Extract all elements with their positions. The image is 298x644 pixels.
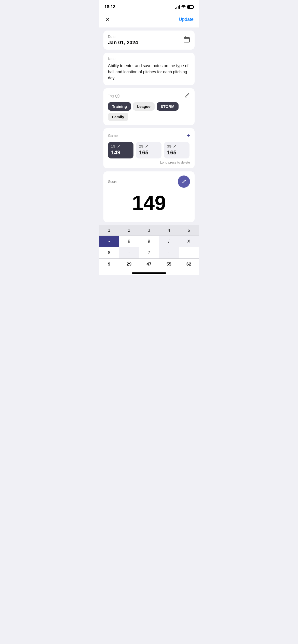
game-item-3g[interactable]: 3G 165 [164,142,189,158]
tag-label-row: Tag ? [108,94,119,98]
tag-label: Tag [108,94,114,98]
add-game-button[interactable]: + [187,132,190,139]
tag-chip-training[interactable]: Training [108,102,131,111]
numpad-total-55: 55 [159,259,179,270]
status-time: 18:13 [104,4,115,9]
score-display: 149 [108,189,190,217]
edit-score-button[interactable] [178,175,190,188]
game-item-2g[interactable]: 2G 165 [136,142,161,158]
status-icons [175,5,194,9]
game-item-1g-score: 149 [111,149,130,156]
numpad-total-29: 29 [119,259,139,270]
tag-header: Tag ? [108,92,190,99]
tag-edit-icon[interactable] [184,92,190,99]
game-item-2g-label: 2G [139,144,158,148]
numpad-col-1: 1 [99,225,119,236]
numpad-col-3: 3 [139,225,159,236]
numpad-grid: 1 2 3 4 5 - 9 9 / X 8 - 7 - 9 29 47 55 6… [99,225,199,270]
note-text: Ability to enter and save notes on the t… [108,63,190,81]
update-button[interactable]: Update [179,17,194,22]
date-label: Date [108,35,138,39]
svg-rect-0 [184,37,189,42]
numpad-col-4: 4 [159,225,179,236]
numpad-slash-btn[interactable]: / [159,236,179,247]
game-item-3g-label: 3G [167,144,186,148]
numpad-total-47: 47 [139,259,159,270]
numpad: 1 2 3 4 5 - 9 9 / X 8 - 7 - 9 29 47 55 6… [99,225,199,270]
game-header: Game + [108,132,190,139]
numpad-9b-btn[interactable]: 9 [139,236,159,247]
score-label: Score [108,180,117,184]
long-press-hint: Long press to delete [108,160,190,164]
numpad-8-btn[interactable]: 8 [99,247,119,258]
numpad-total-62: 62 [179,259,199,270]
game-items-row: 1G 149 2G 165 3G [108,142,190,158]
note-label: Note [108,57,190,61]
date-card[interactable]: Date Jan 01, 2024 [103,31,195,50]
score-card: Score 149 [103,171,195,222]
numpad-minus3-btn[interactable]: - [159,247,179,258]
numpad-col-2: 2 [119,225,139,236]
game-item-1g-label: 1G [111,144,130,148]
nav-bar: ✕ Update [99,12,199,27]
signal-icon [175,5,180,9]
numpad-total-9: 9 [99,259,119,270]
close-button[interactable]: ✕ [104,15,111,23]
help-icon[interactable]: ? [115,94,119,98]
game-card: Game + 1G 149 2G 165 [103,128,195,168]
home-indicator [99,270,199,275]
numpad-col-5: 5 [179,225,199,236]
tags-row: Training League STORM Family [108,102,190,121]
calendar-icon[interactable] [183,36,190,44]
numpad-minus2-btn[interactable]: - [119,247,139,258]
tag-card: Tag ? Training League STORM Family [103,88,195,125]
score-card-header: Score [108,175,190,188]
numpad-minus-btn[interactable]: - [99,236,119,247]
date-value: Jan 01, 2024 [108,40,138,46]
numpad-7-btn[interactable]: 7 [139,247,159,258]
game-item-1g[interactable]: 1G 149 [108,142,133,158]
tag-chip-storm[interactable]: STORM [157,102,179,111]
battery-icon [187,5,194,9]
numpad-empty [179,247,199,258]
home-bar [132,272,166,274]
main-content: Date Jan 01, 2024 Note Ability to enter … [99,27,199,225]
game-label: Game [108,134,118,138]
status-bar: 18:13 [99,0,199,12]
tag-chip-league[interactable]: League [133,102,155,111]
date-content: Date Jan 01, 2024 [108,35,138,46]
tag-chip-family[interactable]: Family [108,113,128,121]
note-card[interactable]: Note Ability to enter and save notes on … [103,53,195,85]
game-item-2g-score: 165 [139,149,158,156]
game-item-3g-score: 165 [167,149,186,156]
wifi-icon [181,5,186,9]
numpad-9a-btn[interactable]: 9 [119,236,139,247]
numpad-x-btn[interactable]: X [179,236,199,247]
